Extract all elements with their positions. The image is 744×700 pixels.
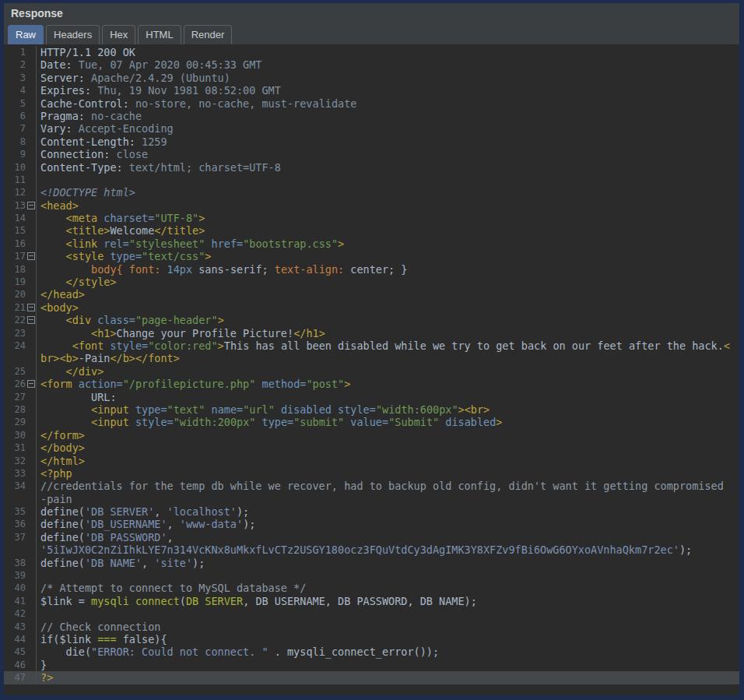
gutter: 34: [4, 480, 37, 492]
line-number: 23: [4, 327, 26, 339]
code-text: body{ font: 14px sans-serif; text-align:…: [37, 263, 739, 276]
fold-column: [26, 607, 36, 620]
gutter: 4: [4, 84, 37, 97]
fold-column: [26, 97, 36, 110]
code-text: <meta charset="UTF-8">: [37, 212, 739, 224]
tab-hex[interactable]: Hex: [102, 25, 135, 44]
code-line: 17 <style type="text/css">: [4, 250, 739, 262]
fold-column: [26, 237, 36, 250]
line-number: 47: [4, 671, 26, 684]
line-number: 12: [4, 186, 26, 199]
fold-column: [26, 659, 36, 671]
code-line: '5iIwJX0C2nZiIhkLYE7n314VcKNx8uMkxfLvCTz…: [4, 543, 739, 556]
fold-column: [26, 161, 36, 174]
line-number: 1: [4, 46, 26, 58]
gutter: 23: [4, 327, 37, 339]
fold-column: [26, 352, 36, 364]
code-text: </style>: [37, 276, 739, 288]
code-line: 36define('DB_USERNAME', 'www-data');: [4, 518, 739, 530]
gutter: 9: [4, 148, 37, 160]
code-line: 26<form action="/profilepicture.php" met…: [4, 378, 739, 390]
code-text: [37, 174, 739, 186]
code-text: define('DB_USERNAME', 'www-data');: [37, 518, 739, 530]
gutter: 16: [4, 237, 37, 250]
gutter: 6: [4, 110, 37, 122]
code-text: define('DB_NAME', 'site');: [37, 557, 739, 569]
code-text: [37, 569, 739, 582]
fold-column: [26, 429, 36, 441]
fold-toggle-icon[interactable]: [27, 304, 35, 311]
code-text: <input type="text" name="url" disabled s…: [37, 403, 739, 416]
fold-column: [26, 416, 36, 428]
code-line: 39: [4, 569, 739, 582]
code-line: 19 </style>: [4, 276, 739, 288]
tab-render[interactable]: Render: [184, 25, 233, 44]
code-text: Expires: Thu, 19 Nov 1981 08:52:00 GMT: [37, 84, 739, 97]
line-number: 29: [4, 416, 26, 428]
code-line: 1HTTP/1.1 200 OK: [4, 46, 739, 58]
code-line: 33<?php: [4, 467, 739, 480]
line-number: 31: [4, 441, 26, 454]
code-line: 41$link = mysqli_connect(DB_SERVER, DB_U…: [4, 595, 739, 607]
gutter: 22: [4, 314, 37, 326]
line-number: 38: [4, 557, 26, 569]
line-number: 37: [4, 531, 26, 543]
gutter: 32: [4, 455, 37, 467]
gutter: 33: [4, 467, 37, 480]
code-text: }: [37, 659, 739, 671]
gutter: 20: [4, 288, 37, 301]
gutter: 47: [4, 671, 37, 684]
code-line: 7Vary: Accept-Encoding: [4, 122, 739, 135]
line-number: 41: [4, 595, 26, 607]
gutter: 30: [4, 429, 37, 441]
line-number: 22: [4, 314, 26, 326]
fold-column: [26, 148, 36, 160]
gutter: 3: [4, 72, 37, 84]
line-number: 10: [4, 161, 26, 174]
tab-raw[interactable]: Raw: [8, 25, 44, 44]
line-number: 14: [4, 212, 26, 224]
tab-headers[interactable]: Headers: [46, 25, 100, 44]
gutter: 5: [4, 97, 37, 110]
panel-title: Response: [11, 7, 63, 19]
fold-column: [26, 327, 36, 339]
code-text: <body>: [37, 301, 739, 314]
line-number: 27: [4, 391, 26, 403]
fold-column: [26, 569, 36, 582]
gutter: 41: [4, 595, 37, 607]
gutter: 40: [4, 582, 37, 594]
gutter: 19: [4, 276, 37, 288]
gutter: 28: [4, 403, 37, 416]
gutter: 1: [4, 46, 37, 58]
code-line: 23 <h1>Change your Profile Picture!</h1>: [4, 327, 739, 339]
code-text: </head>: [37, 288, 739, 301]
gutter: 37: [4, 531, 37, 543]
code-line: 43// Check connection: [4, 621, 739, 633]
line-number: 21: [4, 301, 26, 314]
fold-column: [26, 339, 36, 352]
line-number: 9: [4, 148, 26, 160]
gutter: 12: [4, 186, 37, 199]
fold-column: [26, 633, 36, 645]
fold-toggle-icon[interactable]: [27, 202, 35, 209]
fold-toggle-icon[interactable]: [27, 316, 35, 324]
code-text: Connection: close: [37, 148, 739, 160]
fold-column: [26, 224, 36, 237]
code-text: Vary: Accept-Encoding: [37, 122, 739, 135]
code-text: </div>: [37, 365, 739, 378]
code-line: 35define('DB_SERVER', 'localhost');: [4, 505, 739, 518]
fold-toggle-icon[interactable]: [27, 252, 35, 260]
code-text: -pain: [37, 493, 739, 505]
code-area[interactable]: 1HTTP/1.1 200 OK2Date: Tue, 07 Apr 2020 …: [4, 44, 739, 695]
tab-html[interactable]: HTML: [138, 25, 181, 44]
code-text: //credentials for the temp db while we r…: [37, 480, 739, 492]
code-line: 18 body{ font: 14px sans-serif; text-ali…: [4, 263, 739, 276]
fold-column: [26, 122, 36, 135]
fold-column: [26, 557, 36, 569]
gutter: 18: [4, 263, 37, 276]
code-text: // Check connection: [37, 621, 739, 633]
code-line: 40/* Attempt to connect to MySQL databas…: [4, 582, 739, 594]
code-text: <h1>Change your Profile Picture!</h1>: [37, 327, 739, 339]
fold-toggle-icon[interactable]: [27, 380, 35, 388]
code-line: -pain: [4, 493, 739, 505]
